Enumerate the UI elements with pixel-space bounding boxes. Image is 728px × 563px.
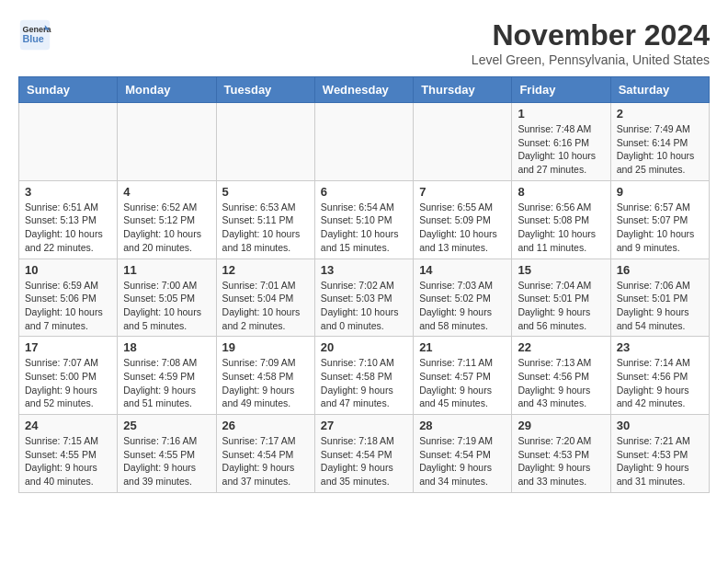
day-number: 29 bbox=[518, 419, 604, 432]
day-number: 21 bbox=[419, 340, 506, 354]
day-info: Sunrise: 7:17 AM Sunset: 4:54 PM Dayligh… bbox=[222, 434, 309, 488]
day-info: Sunrise: 7:08 AM Sunset: 4:59 PM Dayligh… bbox=[123, 356, 210, 410]
day-info: Sunrise: 7:14 AM Sunset: 4:56 PM Dayligh… bbox=[617, 356, 703, 410]
col-header-tuesday: Tuesday bbox=[216, 77, 314, 103]
day-number: 10 bbox=[25, 263, 111, 277]
calendar-cell bbox=[414, 103, 512, 181]
calendar-table: SundayMondayTuesdayWednesdayThursdayFrid… bbox=[18, 76, 710, 493]
location: Level Green, Pennsylvania, United States bbox=[472, 52, 710, 67]
calendar-cell: 29Sunrise: 7:20 AM Sunset: 4:53 PM Dayli… bbox=[512, 415, 610, 493]
day-info: Sunrise: 6:57 AM Sunset: 5:07 PM Dayligh… bbox=[617, 201, 703, 255]
calendar-cell: 10Sunrise: 6:59 AM Sunset: 5:06 PM Dayli… bbox=[19, 259, 118, 337]
day-info: Sunrise: 6:56 AM Sunset: 5:08 PM Dayligh… bbox=[518, 201, 604, 255]
day-info: Sunrise: 7:48 AM Sunset: 6:16 PM Dayligh… bbox=[518, 122, 604, 177]
calendar-cell: 19Sunrise: 7:09 AM Sunset: 4:58 PM Dayli… bbox=[216, 337, 314, 415]
calendar-cell: 20Sunrise: 7:10 AM Sunset: 4:58 PM Dayli… bbox=[314, 337, 413, 415]
week-row-3: 10Sunrise: 6:59 AM Sunset: 5:06 PM Dayli… bbox=[19, 259, 710, 337]
calendar-cell: 5Sunrise: 6:53 AM Sunset: 5:11 PM Daylig… bbox=[216, 180, 314, 259]
day-number: 26 bbox=[222, 419, 309, 432]
col-header-friday: Friday bbox=[512, 77, 610, 103]
calendar-cell: 30Sunrise: 7:21 AM Sunset: 4:53 PM Dayli… bbox=[610, 415, 709, 493]
day-number: 14 bbox=[419, 263, 506, 277]
week-row-5: 24Sunrise: 7:15 AM Sunset: 4:55 PM Dayli… bbox=[19, 415, 710, 493]
calendar-cell: 26Sunrise: 7:17 AM Sunset: 4:54 PM Dayli… bbox=[216, 415, 314, 493]
calendar-cell: 16Sunrise: 7:06 AM Sunset: 5:01 PM Dayli… bbox=[610, 259, 709, 337]
day-info: Sunrise: 6:51 AM Sunset: 5:13 PM Dayligh… bbox=[25, 201, 111, 255]
month-year: November 2024 bbox=[472, 18, 710, 52]
calendar-cell: 28Sunrise: 7:19 AM Sunset: 4:54 PM Dayli… bbox=[414, 415, 512, 493]
day-info: Sunrise: 6:52 AM Sunset: 5:12 PM Dayligh… bbox=[123, 201, 210, 255]
day-number: 11 bbox=[123, 263, 210, 277]
day-number: 23 bbox=[617, 340, 703, 354]
day-info: Sunrise: 7:01 AM Sunset: 5:04 PM Dayligh… bbox=[222, 279, 309, 333]
day-info: Sunrise: 7:03 AM Sunset: 5:02 PM Dayligh… bbox=[419, 279, 506, 333]
day-info: Sunrise: 7:49 AM Sunset: 6:14 PM Dayligh… bbox=[617, 122, 703, 177]
day-number: 6 bbox=[321, 185, 407, 199]
calendar-cell: 24Sunrise: 7:15 AM Sunset: 4:55 PM Dayli… bbox=[19, 415, 118, 493]
day-info: Sunrise: 7:19 AM Sunset: 4:54 PM Dayligh… bbox=[419, 434, 506, 488]
day-number: 18 bbox=[123, 340, 210, 354]
day-info: Sunrise: 7:00 AM Sunset: 5:05 PM Dayligh… bbox=[123, 279, 210, 333]
day-number: 9 bbox=[617, 185, 703, 199]
col-header-monday: Monday bbox=[118, 77, 216, 103]
day-number: 24 bbox=[25, 419, 111, 432]
day-number: 13 bbox=[321, 263, 407, 277]
day-of-week-row: SundayMondayTuesdayWednesdayThursdayFrid… bbox=[19, 77, 710, 103]
day-number: 28 bbox=[419, 419, 506, 432]
day-number: 27 bbox=[321, 419, 407, 432]
week-row-4: 17Sunrise: 7:07 AM Sunset: 5:00 PM Dayli… bbox=[19, 337, 710, 415]
day-info: Sunrise: 7:02 AM Sunset: 5:03 PM Dayligh… bbox=[321, 279, 407, 333]
day-number: 5 bbox=[222, 185, 309, 199]
calendar-cell bbox=[118, 103, 216, 181]
day-info: Sunrise: 7:13 AM Sunset: 4:56 PM Dayligh… bbox=[518, 356, 604, 410]
day-number: 30 bbox=[617, 419, 703, 432]
calendar-cell: 3Sunrise: 6:51 AM Sunset: 5:13 PM Daylig… bbox=[19, 180, 118, 259]
calendar-cell: 9Sunrise: 6:57 AM Sunset: 5:07 PM Daylig… bbox=[610, 180, 709, 259]
calendar-cell: 12Sunrise: 7:01 AM Sunset: 5:04 PM Dayli… bbox=[216, 259, 314, 337]
day-number: 7 bbox=[419, 185, 506, 199]
day-info: Sunrise: 7:11 AM Sunset: 4:57 PM Dayligh… bbox=[419, 356, 506, 410]
calendar-cell: 7Sunrise: 6:55 AM Sunset: 5:09 PM Daylig… bbox=[414, 180, 512, 259]
day-info: Sunrise: 7:06 AM Sunset: 5:01 PM Dayligh… bbox=[617, 279, 703, 333]
day-number: 2 bbox=[617, 107, 703, 121]
day-info: Sunrise: 7:09 AM Sunset: 4:58 PM Dayligh… bbox=[222, 356, 309, 410]
day-info: Sunrise: 7:18 AM Sunset: 4:54 PM Dayligh… bbox=[321, 434, 407, 488]
day-number: 17 bbox=[25, 340, 111, 354]
day-number: 20 bbox=[321, 340, 407, 354]
day-number: 12 bbox=[222, 263, 309, 277]
logo-icon: General Blue bbox=[18, 18, 51, 52]
calendar-cell: 21Sunrise: 7:11 AM Sunset: 4:57 PM Dayli… bbox=[414, 337, 512, 415]
calendar-cell: 25Sunrise: 7:16 AM Sunset: 4:55 PM Dayli… bbox=[118, 415, 216, 493]
calendar-cell: 23Sunrise: 7:14 AM Sunset: 4:56 PM Dayli… bbox=[610, 337, 709, 415]
day-number: 15 bbox=[518, 263, 604, 277]
day-info: Sunrise: 6:55 AM Sunset: 5:09 PM Dayligh… bbox=[419, 201, 506, 255]
svg-text:Blue: Blue bbox=[23, 33, 44, 44]
day-number: 25 bbox=[123, 419, 210, 432]
calendar-cell: 13Sunrise: 7:02 AM Sunset: 5:03 PM Dayli… bbox=[314, 259, 413, 337]
day-number: 16 bbox=[617, 263, 703, 277]
calendar-cell: 4Sunrise: 6:52 AM Sunset: 5:12 PM Daylig… bbox=[118, 180, 216, 259]
day-info: Sunrise: 6:54 AM Sunset: 5:10 PM Dayligh… bbox=[321, 201, 407, 255]
day-info: Sunrise: 7:20 AM Sunset: 4:53 PM Dayligh… bbox=[518, 434, 604, 488]
title-area: November 2024 Level Green, Pennsylvania,… bbox=[472, 18, 710, 67]
day-info: Sunrise: 7:16 AM Sunset: 4:55 PM Dayligh… bbox=[123, 434, 210, 488]
week-row-1: 1Sunrise: 7:48 AM Sunset: 6:16 PM Daylig… bbox=[19, 103, 710, 181]
day-number: 4 bbox=[123, 185, 210, 199]
calendar-cell: 1Sunrise: 7:48 AM Sunset: 6:16 PM Daylig… bbox=[512, 103, 610, 181]
col-header-thursday: Thursday bbox=[414, 77, 512, 103]
calendar-cell bbox=[314, 103, 413, 181]
col-header-sunday: Sunday bbox=[19, 77, 118, 103]
day-info: Sunrise: 6:59 AM Sunset: 5:06 PM Dayligh… bbox=[25, 279, 111, 333]
day-info: Sunrise: 7:15 AM Sunset: 4:55 PM Dayligh… bbox=[25, 434, 111, 488]
calendar-body: 1Sunrise: 7:48 AM Sunset: 6:16 PM Daylig… bbox=[19, 103, 710, 493]
calendar-cell: 8Sunrise: 6:56 AM Sunset: 5:08 PM Daylig… bbox=[512, 180, 610, 259]
day-info: Sunrise: 7:10 AM Sunset: 4:58 PM Dayligh… bbox=[321, 356, 407, 410]
calendar-cell: 15Sunrise: 7:04 AM Sunset: 5:01 PM Dayli… bbox=[512, 259, 610, 337]
col-header-wednesday: Wednesday bbox=[314, 77, 413, 103]
week-row-2: 3Sunrise: 6:51 AM Sunset: 5:13 PM Daylig… bbox=[19, 180, 710, 259]
header: General Blue November 2024 Level Green, … bbox=[18, 18, 710, 67]
calendar-cell: 2Sunrise: 7:49 AM Sunset: 6:14 PM Daylig… bbox=[610, 103, 709, 181]
logo: General Blue bbox=[18, 18, 51, 52]
day-number: 3 bbox=[25, 185, 111, 199]
day-number: 8 bbox=[518, 185, 604, 199]
